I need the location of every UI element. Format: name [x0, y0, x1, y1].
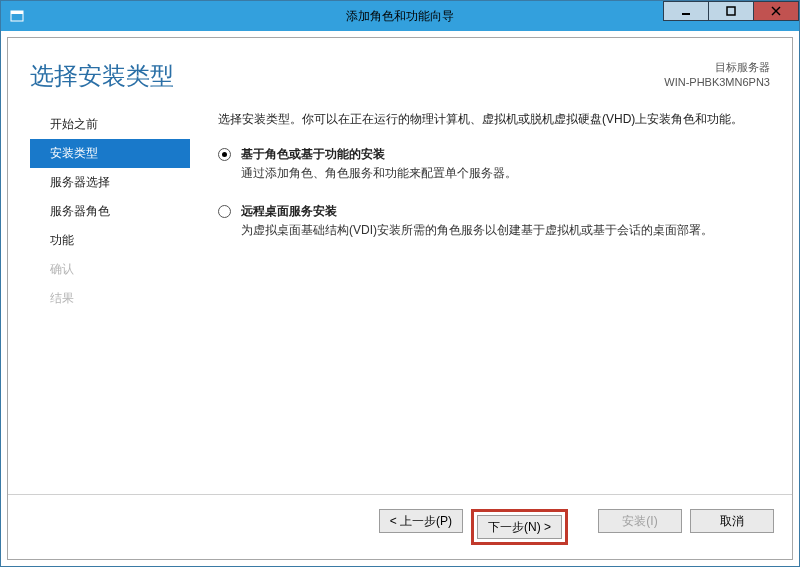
option-role-based[interactable]: 基于角色或基于功能的安装 通过添加角色、角色服务和功能来配置单个服务器。: [218, 145, 766, 183]
option-title: 远程桌面服务安装: [241, 202, 713, 221]
nav-features[interactable]: 功能: [30, 226, 190, 255]
destination-info: 目标服务器 WIN-PHBK3MN6PN3: [664, 60, 770, 92]
close-button[interactable]: [753, 1, 799, 21]
nav-results: 结果: [30, 284, 190, 313]
option-title: 基于角色或基于功能的安装: [241, 145, 517, 164]
next-button[interactable]: 下一步(N) >: [477, 515, 562, 539]
titlebar: 添加角色和功能向导: [1, 1, 799, 31]
window-controls: [664, 1, 799, 31]
page-title: 选择安装类型: [30, 60, 174, 92]
radio-role-based[interactable]: [218, 148, 231, 161]
install-button: 安装(I): [598, 509, 682, 533]
wizard-window: 添加角色和功能向导 选择安装类型 目标服务器 WIN-PHBK3MN6PN3: [0, 0, 800, 567]
option-desc: 为虚拟桌面基础结构(VDI)安装所需的角色服务以创建基于虚拟机或基于会话的桌面部…: [241, 221, 713, 240]
svg-rect-1: [11, 11, 23, 14]
destination-label: 目标服务器: [664, 60, 770, 75]
svg-rect-3: [727, 7, 735, 15]
radio-rds[interactable]: [218, 205, 231, 218]
option-desc: 通过添加角色、角色服务和功能来配置单个服务器。: [241, 164, 517, 183]
content-wrap: 选择安装类型 目标服务器 WIN-PHBK3MN6PN3 开始之前 安装类型 服…: [1, 31, 799, 566]
next-button-highlight: 下一步(N) >: [471, 509, 568, 545]
maximize-button[interactable]: [708, 1, 754, 21]
intro-text: 选择安装类型。你可以在正在运行的物理计算机、虚拟机或脱机虚拟硬盘(VHD)上安装…: [218, 110, 766, 129]
nav-server-roles[interactable]: 服务器角色: [30, 197, 190, 226]
nav-server-selection[interactable]: 服务器选择: [30, 168, 190, 197]
minimize-button[interactable]: [663, 1, 709, 21]
nav-installation-type[interactable]: 安装类型: [30, 139, 190, 168]
footer: < 上一步(P) 下一步(N) > 安装(I) 取消: [8, 494, 792, 559]
header-row: 选择安装类型 目标服务器 WIN-PHBK3MN6PN3: [8, 38, 792, 102]
nav-before-you-begin[interactable]: 开始之前: [30, 110, 190, 139]
option-rds[interactable]: 远程桌面服务安装 为虚拟桌面基础结构(VDI)安装所需的角色服务以创建基于虚拟机…: [218, 202, 766, 240]
side-nav: 开始之前 安装类型 服务器选择 服务器角色 功能 确认 结果: [30, 102, 190, 494]
previous-button[interactable]: < 上一步(P): [379, 509, 463, 533]
main-pane: 选择安装类型。你可以在正在运行的物理计算机、虚拟机或脱机虚拟硬盘(VHD)上安装…: [190, 102, 770, 494]
cancel-button[interactable]: 取消: [690, 509, 774, 533]
content-panel: 选择安装类型 目标服务器 WIN-PHBK3MN6PN3 开始之前 安装类型 服…: [7, 37, 793, 560]
nav-confirmation: 确认: [30, 255, 190, 284]
app-icon: [9, 8, 25, 24]
body-row: 开始之前 安装类型 服务器选择 服务器角色 功能 确认 结果 选择安装类型。你可…: [8, 102, 792, 494]
destination-server: WIN-PHBK3MN6PN3: [664, 75, 770, 90]
